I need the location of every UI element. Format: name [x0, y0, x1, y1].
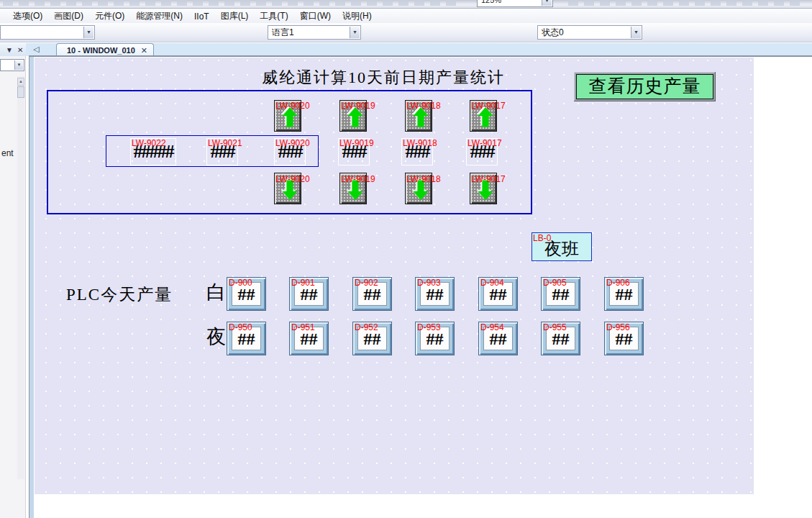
address-tag: LW-9020	[275, 139, 310, 147]
address-tag: D-902	[355, 278, 378, 287]
menu-bar: 选项(O) 画图(D) 元件(O) 能源管理(N) IIoT 图库(L) 工具(…	[0, 9, 812, 23]
language-combo-value: 语言1	[272, 27, 294, 37]
state-combo-value: 状态0	[542, 27, 564, 37]
address-tag: LW-9017	[471, 101, 506, 110]
menu-item-energy[interactable]: 能源管理(N)	[130, 9, 188, 24]
tab-close-icon[interactable]: ✕	[141, 45, 147, 56]
clipped-toolbar-icons	[3, 0, 456, 6]
hmi-page-window-010[interactable]: 威纶通计算10天前日期产量统计 查看历史产量 LW-9020 LW-9019 L…	[35, 58, 754, 494]
menu-item-draw[interactable]: 画图(D)	[48, 9, 89, 24]
view-history-button-label: 查看历史产量	[576, 74, 713, 99]
night-shift-label: 夜	[206, 324, 226, 350]
zoom-level-combo[interactable]: 125% ▼	[477, 0, 553, 7]
menu-item-library[interactable]: 图库(L)	[215, 9, 255, 24]
address-tag: D-903	[417, 278, 441, 287]
format-toolbar: ▼ A A I A ▼ U 语言1 ▼ L1 L2 L3 L4 0 1 2 3 …	[0, 23, 812, 42]
dock-collapse-icon[interactable]: ▼	[6, 46, 13, 54]
address-tag: D-905	[543, 278, 567, 287]
menu-item-help[interactable]: 说明(H)	[337, 9, 378, 24]
tab-scroll-left-icon[interactable]: ◁	[33, 45, 39, 54]
address-tag: LW-9017	[467, 139, 502, 147]
dock-close-icon[interactable]: ✕	[17, 46, 23, 54]
dock-filter-combo[interactable]: ▼	[0, 59, 24, 71]
address-tag: LW-9019	[339, 139, 374, 147]
address-tag: D-906	[606, 278, 630, 287]
address-tag: D-900	[229, 278, 252, 287]
tab-label: 10 - WINDOW_010	[67, 45, 135, 56]
address-tag: D-954	[480, 323, 504, 332]
language-combo[interactable]: 语言1 ▼	[268, 25, 361, 40]
address-tag: D-953	[417, 323, 441, 332]
left-dock-panel: ▼ ▲ ent	[0, 56, 26, 518]
address-tag: LW-9020	[275, 101, 310, 110]
dock-list-item-clipped: ent	[1, 148, 14, 158]
address-tag: LW-9018	[406, 175, 441, 183]
state-combo[interactable]: 状态0 ▼	[537, 25, 642, 40]
address-tag: D-904	[480, 278, 504, 287]
chevron-down-icon[interactable]: ▼	[350, 27, 360, 38]
chevron-down-icon[interactable]: ▼	[631, 27, 641, 38]
chevron-down-icon[interactable]: ▼	[14, 60, 23, 70]
address-tag: LW-9019	[341, 175, 375, 183]
toolbar-row-clipped: 125% ▼	[0, 0, 812, 9]
chevron-down-icon[interactable]: ▼	[542, 0, 552, 6]
dock-panel-header: ▼ ✕	[0, 43, 26, 56]
address-tag: LW-9019	[341, 101, 375, 110]
address-tag: D-951	[291, 323, 315, 332]
address-tag: LW-9021	[208, 139, 242, 147]
easybuilder-window: 125% ▼ 选项(O) 画图(D) 元件(O) 能源管理(N) IIoT 图库…	[0, 0, 812, 518]
menu-item-object[interactable]: 元件(O)	[89, 9, 130, 24]
address-tag: LW-9022	[132, 139, 166, 147]
tab-window-010[interactable]: 10 - WINDOW_010 ✕	[56, 43, 154, 56]
zoom-level-value: 125%	[481, 0, 501, 4]
clipped-toolbar-icons	[568, 0, 806, 6]
address-tag: D-901	[291, 278, 315, 287]
day-shift-label: 白	[206, 279, 226, 305]
address-tag: D-950	[229, 323, 252, 332]
address-tag: D-955	[543, 323, 567, 332]
plc-section-title: PLC今天产量	[66, 283, 173, 306]
scroll-up-icon[interactable]: ▲	[17, 78, 24, 86]
address-tag: LW-9018	[403, 139, 437, 147]
address-tag: LW-9018	[406, 101, 441, 110]
menu-item-options[interactable]: 选项(O)	[7, 9, 48, 24]
dock-scrollbar[interactable]: ▲	[17, 76, 24, 479]
tab-strip: ◁ 10 - WINDOW_010 ✕	[26, 43, 812, 56]
menu-item-iiot[interactable]: IIoT	[188, 10, 215, 23]
scrollbar-thumb[interactable]	[17, 86, 24, 98]
view-history-button[interactable]: 查看历史产量	[574, 72, 716, 101]
address-tag: D-952	[355, 323, 378, 332]
address-tag: LW-9017	[471, 175, 506, 183]
editor-canvas-window: 威纶通计算10天前日期产量统计 查看历史产量 LW-9020 LW-9019 L…	[29, 55, 812, 518]
font-combo[interactable]: ▼	[0, 25, 95, 40]
chevron-down-icon[interactable]: ▼	[83, 27, 93, 38]
menu-item-tools[interactable]: 工具(T)	[254, 9, 293, 24]
address-tag: LW-9020	[275, 175, 310, 183]
address-tag: LB-0	[533, 234, 551, 242]
address-tag: D-956	[606, 323, 630, 332]
canvas-left-edge	[29, 57, 34, 518]
page-title[interactable]: 威纶通计算10天前日期产量统计	[214, 67, 552, 88]
menu-item-window[interactable]: 窗口(W)	[294, 9, 337, 24]
